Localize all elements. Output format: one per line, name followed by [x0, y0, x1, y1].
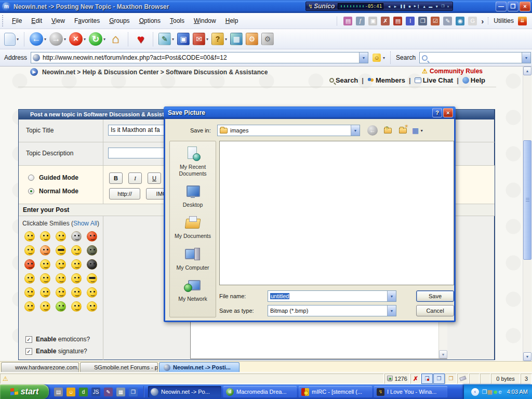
- tray-window-icon[interactable]: ❐: [482, 389, 487, 395]
- kill-popup-button[interactable]: ✗: [410, 374, 421, 384]
- link-help[interactable]: Help: [471, 76, 485, 84]
- dropdown-arrow-icon[interactable]: ▾: [17, 37, 19, 42]
- start-button[interactable]: start: [0, 384, 49, 399]
- checkbox[interactable]: ✓: [25, 348, 32, 355]
- toolbar-separator[interactable]: [24, 32, 24, 46]
- smiley-icon[interactable]: [87, 273, 97, 284]
- community-rules-link[interactable]: ⚠ Community Rules: [422, 68, 483, 75]
- smiley-icon[interactable]: [56, 245, 66, 256]
- smiley-icon[interactable]: [87, 231, 97, 242]
- dropdown-arrow-icon[interactable]: ▾: [172, 37, 174, 42]
- mode-radio-row[interactable]: Guided Mode: [28, 174, 103, 181]
- mail-button[interactable]: ✉: [193, 33, 205, 45]
- back-folder-button[interactable]: ←: [367, 125, 378, 136]
- task-neowin[interactable]: Neowin.net -> Po...: [148, 386, 221, 397]
- menu-tools[interactable]: Tools: [165, 15, 189, 26]
- place-my-documents[interactable]: My Documents: [170, 216, 216, 240]
- task-dreamweaver[interactable]: d Macromedia Drea...: [223, 386, 297, 397]
- content-filter-toggle[interactable]: ❐: [445, 374, 457, 384]
- cancel-button[interactable]: Cancel: [416, 305, 454, 316]
- toolbar-overflow-chevron[interactable]: ›: [477, 17, 488, 25]
- player-button[interactable]: ▬: [429, 5, 432, 8]
- link-members[interactable]: Members: [376, 76, 405, 84]
- dropdown-arrow-icon[interactable]: ▾: [84, 37, 86, 42]
- toolbar-separator[interactable]: [153, 32, 153, 46]
- player-button[interactable]: ■: [408, 5, 410, 8]
- scroll-down-icon[interactable]: ▼: [439, 350, 447, 358]
- smiley-icon[interactable]: [40, 231, 50, 242]
- player-button[interactable]: ►: [394, 5, 397, 8]
- smiley-icon[interactable]: [71, 273, 82, 284]
- launch-icon[interactable]: ❐: [129, 388, 138, 396]
- format-button[interactable]: B: [109, 172, 123, 184]
- smiley-icon[interactable]: [87, 259, 97, 270]
- dialog-help-button[interactable]: ?: [432, 108, 442, 117]
- player-button[interactable]: ×: [447, 5, 449, 8]
- info-icon[interactable]: I: [406, 17, 415, 25]
- refresh-button[interactable]: ↻: [89, 32, 102, 46]
- utilities-icon[interactable]: ⇊: [518, 17, 527, 25]
- smiley-icon[interactable]: [40, 301, 50, 312]
- smiley-icon[interactable]: [87, 245, 97, 256]
- file-name-input[interactable]: untitled ▼: [268, 290, 396, 302]
- scroll-up-icon[interactable]: ▲: [523, 66, 531, 75]
- task-mirc[interactable]: mIRC - [stemcell (...: [299, 386, 372, 397]
- browser-tab[interactable]: SGmobile.net Forums - powe...: [80, 362, 158, 372]
- aim-icon[interactable]: ☺: [373, 54, 381, 62]
- browser-tab[interactable]: Neowin.net -> Posti...: [159, 362, 240, 372]
- scroll-down-icon[interactable]: ▼: [523, 352, 531, 361]
- sunico-player-widget[interactable]: ↯ Sunico -05:41 ◄►❚❚■►❙▲▬▼❐×: [305, 2, 453, 11]
- dropdown-arrow-icon[interactable]: ▾: [103, 37, 105, 42]
- menu-help[interactable]: Help: [221, 15, 243, 26]
- address-input[interactable]: http://www.neowin.net/forum/index.php?ac…: [31, 52, 368, 63]
- smiley-icon[interactable]: [71, 231, 82, 242]
- dropdown-arrow-icon[interactable]: ▾: [64, 37, 66, 42]
- layers-icon[interactable]: ❐: [418, 17, 427, 25]
- format-button[interactable]: I: [128, 172, 142, 184]
- aim-dropdown-arrow-icon[interactable]: ▾: [383, 56, 385, 60]
- google-icon[interactable]: G: [468, 17, 477, 25]
- minimize-button[interactable]: —: [496, 2, 507, 11]
- smiley-icon[interactable]: [71, 301, 82, 312]
- combo-dropdown-button[interactable]: ▼: [351, 125, 360, 136]
- checklist-icon[interactable]: ☑: [431, 17, 440, 25]
- smiley-icon[interactable]: [71, 287, 82, 298]
- file-list[interactable]: [219, 141, 454, 285]
- snapshot-button[interactable]: ▦: [230, 33, 243, 45]
- checkbox-row[interactable]: ✓ Enable signature?: [25, 348, 103, 355]
- search-dropdown-button[interactable]: ▼: [522, 52, 530, 63]
- tray-calendar-icon[interactable]: ▦: [487, 389, 493, 395]
- smiley-icon[interactable]: [56, 231, 66, 242]
- js-icon[interactable]: JS: [91, 388, 100, 396]
- smiley-icon[interactable]: [56, 273, 66, 284]
- smiley-icon[interactable]: [24, 245, 35, 256]
- player-button[interactable]: ◄: [388, 5, 391, 8]
- dropdown-arrow-icon[interactable]: ▾: [44, 37, 46, 42]
- fullscreen-button[interactable]: ▣: [177, 33, 190, 45]
- radio-button[interactable]: [28, 175, 34, 181]
- compose-button[interactable]: ✎: [158, 33, 171, 45]
- menu-file[interactable]: File: [7, 15, 26, 26]
- smiley-icon[interactable]: [56, 301, 66, 312]
- smiley-icon[interactable]: [24, 301, 35, 312]
- player-button[interactable]: ❚❚: [400, 4, 406, 8]
- dropdown-arrow-icon[interactable]: ▾: [206, 37, 208, 42]
- smiley-icon[interactable]: [56, 259, 66, 270]
- save-button[interactable]: Save: [416, 290, 454, 302]
- browser-tab[interactable]: www.hardwarezone.com...: [1, 362, 79, 372]
- favorites-button[interactable]: ♥: [134, 32, 148, 46]
- mode-radio-row[interactable]: Normal Mode: [28, 188, 103, 195]
- utilities-button[interactable]: Utilities: [488, 17, 517, 24]
- form-fill-key-button[interactable]: ?: [211, 33, 224, 45]
- menu-edit[interactable]: Edit: [26, 15, 47, 26]
- checkbox-row[interactable]: ✓ Enable emoticons?: [25, 336, 103, 343]
- place-my-recent-documents[interactable]: My Recent Documents: [170, 147, 216, 177]
- smiley-icon[interactable]: [40, 245, 50, 256]
- save-in-combobox[interactable]: images ▼: [217, 125, 360, 136]
- smiley-icon[interactable]: [24, 287, 35, 298]
- smiley-icon[interactable]: [24, 259, 35, 270]
- place-my-computer[interactable]: My Computer: [170, 247, 216, 271]
- toolbar-separator[interactable]: [128, 32, 128, 46]
- window-filter-toggle[interactable]: ❐: [433, 374, 445, 384]
- smiley-icon[interactable]: [87, 301, 97, 312]
